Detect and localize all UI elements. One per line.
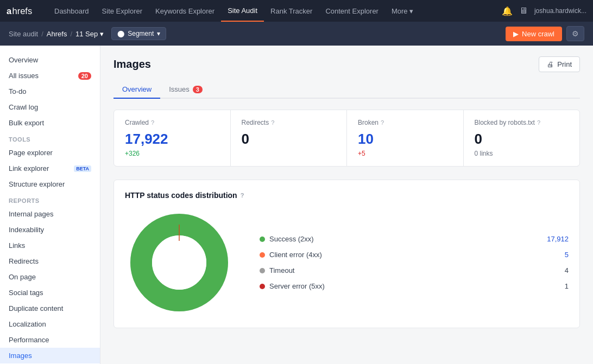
- blocked-links: 0 links: [475, 150, 569, 157]
- stat-cards: Crawled ? 17,922 +326 Redirects ? 0 Brok…: [113, 110, 580, 167]
- info-icon[interactable]: ?: [381, 119, 384, 126]
- top-nav: a hrefs Dashboard Site Explorer Keywords…: [0, 0, 593, 22]
- timeout-value[interactable]: 4: [565, 266, 569, 274]
- chart-legend: Success (2xx) 17,912 Client error (4xx) …: [260, 235, 569, 290]
- monitor-icon[interactable]: 🖥: [519, 6, 528, 16]
- nav-site-explorer[interactable]: Site Explorer: [96, 0, 149, 22]
- sidebar-item-performance[interactable]: Performance: [0, 332, 100, 348]
- legend-item-client-error: Client error (4xx) 5: [260, 251, 569, 259]
- chart-title: HTTP status codes distribution ?: [125, 191, 569, 200]
- logo[interactable]: a hrefs: [7, 5, 39, 17]
- stat-card-redirects: Redirects ? 0: [231, 110, 347, 166]
- new-crawl-button[interactable]: ▶ New crawl: [506, 27, 562, 41]
- blocked-label: Blocked by robots.txt ?: [475, 119, 569, 126]
- stat-card-blocked: Blocked by robots.txt ? 0 0 links: [464, 110, 580, 166]
- sidebar-item-page-explorer[interactable]: Page explorer: [0, 145, 100, 161]
- nav-site-audit[interactable]: Site Audit: [221, 0, 264, 22]
- sidebar-item-to-do[interactable]: To-do: [0, 84, 100, 99]
- broken-value[interactable]: 10: [358, 131, 452, 148]
- breadcrumb-sep2: /: [70, 30, 72, 38]
- sidebar-item-link-explorer[interactable]: Link explorer BETA: [0, 161, 100, 176]
- client-error-dot: [260, 252, 265, 258]
- chart-container: Success (2xx) 17,912 Client error (4xx) …: [125, 208, 569, 317]
- sidebar-item-redirects[interactable]: Redirects: [0, 253, 100, 269]
- reports-section-label: Reports: [0, 192, 100, 206]
- svg-text:hrefs: hrefs: [12, 6, 33, 16]
- sidebar-item-social-tags[interactable]: Social tags: [0, 285, 100, 301]
- nav-more[interactable]: More ▾: [385, 0, 420, 22]
- sidebar-item-structure-explorer[interactable]: Structure explorer: [0, 176, 100, 192]
- nav-dashboard[interactable]: Dashboard: [48, 0, 96, 22]
- sidebar-item-all-issues[interactable]: All issues 20: [0, 68, 100, 84]
- print-button[interactable]: 🖨 Print: [539, 56, 580, 72]
- broken-change: +5: [358, 150, 452, 157]
- svg-point-7: [152, 235, 206, 290]
- nav-content-explorer[interactable]: Content Explorer: [319, 0, 385, 22]
- broken-label: Broken ?: [358, 119, 452, 126]
- sidebar-item-crawl-log[interactable]: Crawl log: [0, 99, 100, 115]
- play-icon: ▶: [513, 30, 519, 38]
- breadcrumb-date[interactable]: 11 Sep ▾: [75, 30, 104, 38]
- blocked-value[interactable]: 0: [475, 131, 569, 148]
- nav-keywords-explorer[interactable]: Keywords Explorer: [149, 0, 221, 22]
- print-icon: 🖨: [547, 60, 554, 68]
- sidebar-item-on-page[interactable]: On page: [0, 269, 100, 285]
- timeout-label: Timeout: [269, 266, 294, 274]
- sidebar-item-links[interactable]: Links: [0, 238, 100, 253]
- crawled-value[interactable]: 17,922: [125, 131, 219, 148]
- success-value[interactable]: 17,912: [547, 235, 569, 243]
- sidebar-item-internal-pages[interactable]: Internal pages: [0, 206, 100, 222]
- info-icon[interactable]: ?: [241, 192, 244, 199]
- breadcrumb-bar: Site audit / Ahrefs / 11 Sep ▾ ⬤ Segment…: [0, 22, 593, 46]
- nav-rank-tracker[interactable]: Rank Tracker: [264, 0, 319, 22]
- sidebar-item-duplicate-content[interactable]: Duplicate content: [0, 301, 100, 316]
- stat-card-broken: Broken ? 10 +5: [347, 110, 463, 166]
- sidebar-item-overview[interactable]: Overview: [0, 52, 100, 68]
- timeout-dot: [260, 268, 265, 273]
- sidebar-item-indexability[interactable]: Indexability: [0, 222, 100, 238]
- success-dot: [260, 237, 265, 242]
- sidebar-item-bulk-export[interactable]: Bulk export: [0, 115, 100, 131]
- tab-overview[interactable]: Overview: [113, 81, 160, 99]
- chevron-down-icon: ▾: [157, 30, 160, 37]
- redirects-value[interactable]: 0: [242, 131, 336, 148]
- legend-item-server-error: Server error (5xx) 1: [260, 282, 569, 290]
- chart-section: HTTP status codes distribution ?: [113, 180, 580, 328]
- redirects-label: Redirects ?: [242, 119, 336, 126]
- sidebar-item-localization[interactable]: Localization: [0, 316, 100, 332]
- beta-badge: BETA: [74, 165, 91, 172]
- info-icon[interactable]: ?: [151, 119, 154, 126]
- main-content: Images 🖨 Print Overview Issues 3 Crawled…: [100, 46, 593, 364]
- segment-button[interactable]: ⬤ Segment ▾: [111, 27, 166, 40]
- tools-section-label: Tools: [0, 131, 100, 145]
- all-issues-badge: 20: [78, 72, 91, 80]
- chevron-down-icon: ▾: [409, 7, 413, 15]
- legend-item-timeout: Timeout 4: [260, 266, 569, 274]
- breadcrumb-site-audit[interactable]: Site audit: [9, 30, 38, 38]
- tab-issues[interactable]: Issues 3: [160, 81, 211, 99]
- info-icon[interactable]: ?: [537, 119, 540, 126]
- nav-right: 🔔 🖥 joshua.hardwick...: [502, 6, 586, 16]
- sidebar: Overview All issues 20 To-do Crawl log B…: [0, 46, 100, 364]
- gear-icon: ⚙: [572, 29, 579, 38]
- settings-button[interactable]: ⚙: [566, 26, 584, 41]
- nav-links: Dashboard Site Explorer Keywords Explore…: [48, 0, 502, 22]
- stat-card-crawled: Crawled ? 17,922 +326: [114, 110, 230, 166]
- breadcrumb-actions: ▶ New crawl ⚙: [506, 26, 584, 41]
- sidebar-item-images[interactable]: Images: [0, 348, 100, 363]
- page-header: Images 🖨 Print: [113, 56, 580, 72]
- info-icon[interactable]: ?: [271, 119, 274, 126]
- server-error-value[interactable]: 1: [565, 282, 569, 290]
- server-error-label: Server error (5xx): [269, 282, 325, 290]
- breadcrumb-project[interactable]: Ahrefs: [47, 30, 67, 38]
- bell-icon[interactable]: 🔔: [502, 6, 513, 16]
- client-error-value[interactable]: 5: [565, 251, 569, 259]
- user-menu[interactable]: joshua.hardwick...: [534, 7, 586, 15]
- donut-chart: [125, 208, 234, 317]
- svg-text:a: a: [7, 6, 12, 16]
- client-error-label: Client error (4xx): [269, 251, 322, 259]
- crawled-change: +326: [125, 150, 219, 157]
- breadcrumb-sep1: /: [41, 30, 43, 38]
- main-layout: Overview All issues 20 To-do Crawl log B…: [0, 46, 593, 364]
- chevron-down-icon: ▾: [100, 30, 104, 38]
